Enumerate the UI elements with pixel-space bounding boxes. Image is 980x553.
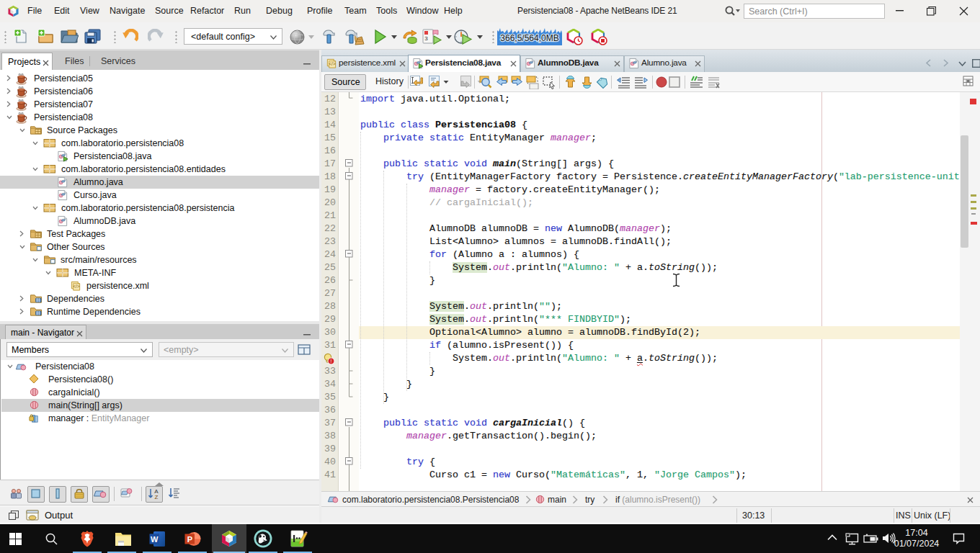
svg-text:366,5/564,0MB: 366,5/564,0MB [500, 33, 558, 43]
svg-text:3: 3 [424, 35, 428, 42]
svg-text:Z: Z [155, 494, 159, 500]
svg-text:P: P [187, 535, 192, 544]
svg-text:</>: </> [329, 61, 336, 66]
svg-text:W: W [151, 535, 159, 544]
svg-text:!: ! [331, 359, 332, 364]
svg-text:</>: </> [73, 284, 80, 289]
